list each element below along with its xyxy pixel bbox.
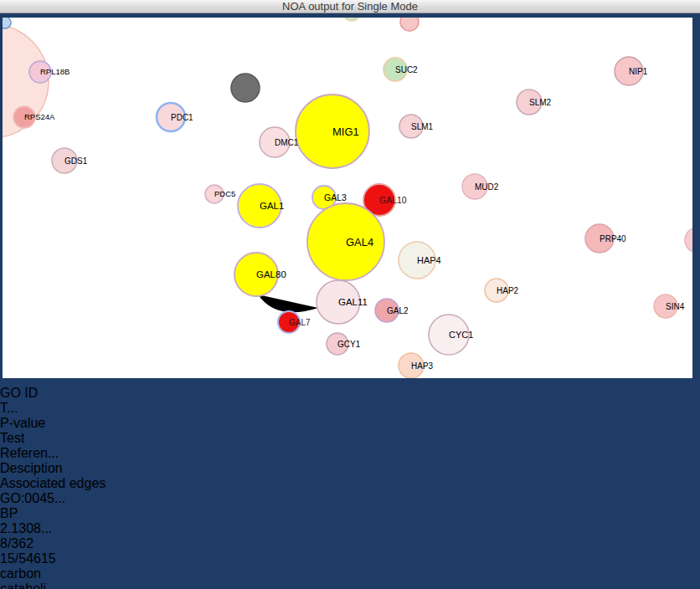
graph-node-label-HAP3: HAP3 bbox=[411, 361, 434, 371]
table-cell: BP bbox=[0, 506, 31, 521]
graph-node-label-GAL2: GAL2 bbox=[387, 306, 409, 315]
graph-node-label-GAL7: GAL7 bbox=[289, 318, 311, 327]
canvas-background bbox=[3, 18, 692, 378]
noa-window-title: NOA output for Single Mode bbox=[282, 0, 418, 13]
graph-node-label-GCY1: GCY1 bbox=[337, 340, 361, 349]
zoom-button[interactable] bbox=[43, 1, 54, 12]
column-header-go-id[interactable]: GO ID bbox=[0, 386, 61, 401]
column-header-p-value[interactable]: P-value bbox=[0, 416, 52, 431]
graph-window: galFiltered.sif RPL18BRPS24AGDS1PDC1PDC5… bbox=[0, 0, 700, 386]
graph-node-label-GAL11: GAL11 bbox=[338, 297, 368, 307]
graph-node-pink-top[interactable] bbox=[400, 13, 419, 31]
noa-window-titlebar[interactable]: NOA output for Single Mode bbox=[0, 0, 700, 13]
graph-node-label-SLM1: SLM1 bbox=[411, 122, 434, 131]
table-cell: 15/54615 bbox=[0, 551, 59, 566]
graph-node-label-PDC5: PDC5 bbox=[214, 189, 235, 198]
graph-node-label-NIP1: NIP1 bbox=[629, 67, 648, 76]
table-body: GO:0045...BP2.1308...8/36215/54615carbon… bbox=[0, 491, 700, 589]
close-button[interactable] bbox=[8, 1, 18, 12]
graph-node-label-SLM2: SLM2 bbox=[529, 98, 552, 107]
graph-node-label-MUD2: MUD2 bbox=[475, 182, 499, 192]
column-header-t-[interactable]: T... bbox=[0, 401, 31, 416]
graph-node-label-GAL1: GAL1 bbox=[260, 201, 284, 211]
graph-node-label-DMC1: DMC1 bbox=[275, 138, 299, 147]
traffic-lights-inactive bbox=[8, 1, 54, 12]
graph-node-label-MIG1: MIG1 bbox=[332, 125, 359, 138]
graph-node-label-SIN4: SIN4 bbox=[666, 302, 685, 311]
column-header-referen-[interactable]: Referen... bbox=[0, 446, 59, 461]
graph-node-label-HAP4: HAP4 bbox=[417, 255, 441, 265]
table-cell: 2.1308... bbox=[0, 521, 52, 536]
graph-node-label-GAL3: GAL3 bbox=[324, 192, 347, 202]
graph-node-gray-node[interactable] bbox=[231, 74, 260, 102]
network-canvas[interactable]: RPL18BRPS24AGDS1PDC1PDC5MIG1DMC1SUC2SLM1… bbox=[0, 0, 700, 382]
graph-node-label-PDC1: PDC1 bbox=[171, 113, 193, 122]
noa-window: NOA output for Single Mode GO IDT...P-va… bbox=[0, 386, 700, 589]
table-header: GO IDT...P-valueTestReferen...Desciption… bbox=[0, 386, 700, 491]
graph-node-label-GAL4: GAL4 bbox=[346, 236, 373, 248]
graph-node-tiny-topleft[interactable] bbox=[0, 17, 11, 28]
noa-table: GO IDT...P-valueTestReferen...Desciption… bbox=[0, 386, 700, 589]
table-cell: 8/362 bbox=[0, 536, 50, 551]
table-cell: carbon cataboli... bbox=[0, 566, 90, 589]
graph-node-label-HAP2: HAP2 bbox=[497, 286, 519, 295]
column-header-associated-edges[interactable]: Associated edges bbox=[0, 476, 345, 491]
column-header-test[interactable]: Test bbox=[0, 431, 50, 446]
graph-node-label-GDS1: GDS1 bbox=[64, 156, 88, 166]
graph-node-label-GAL80: GAL80 bbox=[256, 269, 286, 279]
table-cell: GO:0045... bbox=[0, 491, 61, 506]
table-row[interactable]: GO:0045...BP2.1308...8/36215/54615carbon… bbox=[0, 491, 700, 589]
graph-node-label-RPL18B: RPL18B bbox=[40, 67, 69, 76]
minimize-button[interactable] bbox=[25, 1, 36, 12]
graph-node-label-SUC2: SUC2 bbox=[395, 65, 418, 74]
graph-node-label-GAL10: GAL10 bbox=[379, 195, 407, 205]
column-header-desciption[interactable]: Desciption bbox=[0, 461, 90, 476]
graph-node-label-CYC1: CYC1 bbox=[449, 330, 473, 340]
graph-node-label-PRP40: PRP40 bbox=[600, 234, 626, 243]
graph-node-label-RPS24A: RPS24A bbox=[24, 112, 55, 121]
